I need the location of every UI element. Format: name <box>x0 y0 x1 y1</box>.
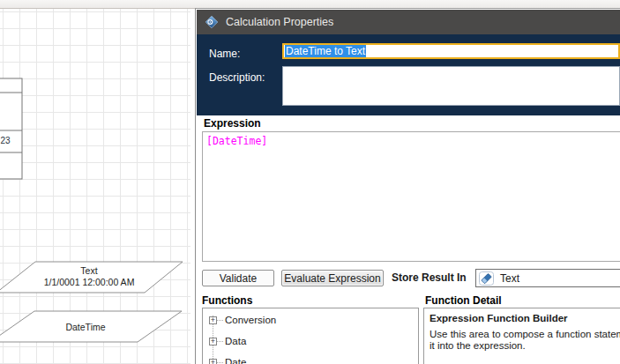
calculation-app-icon <box>205 15 219 29</box>
functions-tree: + Conversion + Data + Date <box>203 308 418 364</box>
tree-connector <box>217 341 223 342</box>
tree-item-label[interactable]: Conversion <box>223 315 276 325</box>
tree-connector <box>217 362 223 363</box>
functions-tree-panel[interactable]: + Conversion + Data + Date <box>202 308 419 364</box>
dialog-content: Expression [DateTime] Validate Evaluate … <box>197 115 620 364</box>
flowchart-shapes-layer: 23 Text 1/1/0001 12:00:00 AM DateTime <box>0 0 196 364</box>
description-label: Description: <box>209 71 265 84</box>
expression-code: [DateTime] <box>206 135 267 147</box>
store-result-value: Text <box>500 272 519 285</box>
functions-header: Functions <box>202 294 252 307</box>
function-detail-panel: Expression Function Builder Use this are… <box>423 308 620 364</box>
table-cell-value: 23 <box>1 136 11 145</box>
store-result-in-label: Store Result In <box>392 271 467 284</box>
tree-item-label[interactable]: Date <box>223 357 246 364</box>
tree-connector <box>217 320 223 321</box>
datetime-variable-name: DateTime <box>65 322 105 332</box>
expand-icon[interactable]: + <box>209 338 217 345</box>
expand-icon[interactable]: + <box>209 359 217 364</box>
text-variable-value: 1/1/0001 12:00:00 AM <box>44 277 135 287</box>
expression-editor[interactable]: [DateTime] <box>202 131 620 262</box>
expression-header: Expression <box>204 117 261 130</box>
validate-button[interactable]: Validate <box>202 270 274 286</box>
tree-item-label[interactable]: Data <box>223 336 246 346</box>
description-input[interactable] <box>282 66 620 106</box>
function-detail-header: Function Detail <box>425 294 502 307</box>
tree-item-date[interactable]: + Date <box>203 352 418 364</box>
function-detail-title: Expression Function Builder <box>430 313 620 323</box>
text-token-icon <box>479 271 494 286</box>
dialog-header-panel: Name: DateTime to Text Description: <box>197 34 620 115</box>
function-detail-text-line2: it into the expression. <box>430 340 620 352</box>
calculation-properties-dialog: Calculation Properties Name: DateTime to… <box>195 8 620 364</box>
name-input-selected-text: DateTime to Text <box>285 45 366 57</box>
function-detail-text-line1: Use this area to compose a function stat… <box>430 329 620 340</box>
dialog-titlebar[interactable]: Calculation Properties <box>197 10 620 34</box>
text-variable-name: Text <box>80 265 97 276</box>
tree-item-conversion[interactable]: + Conversion <box>203 309 418 331</box>
table-shape[interactable] <box>0 78 22 179</box>
expand-icon[interactable]: + <box>209 316 217 324</box>
name-label: Name: <box>209 48 240 60</box>
evaluate-expression-button[interactable]: Evaluate Expression <box>281 270 384 286</box>
name-input[interactable]: DateTime to Text <box>282 43 620 59</box>
tree-item-data[interactable]: + Data <box>203 331 418 352</box>
store-result-dropdown[interactable]: Text <box>475 269 620 287</box>
dialog-title: Calculation Properties <box>226 16 333 28</box>
